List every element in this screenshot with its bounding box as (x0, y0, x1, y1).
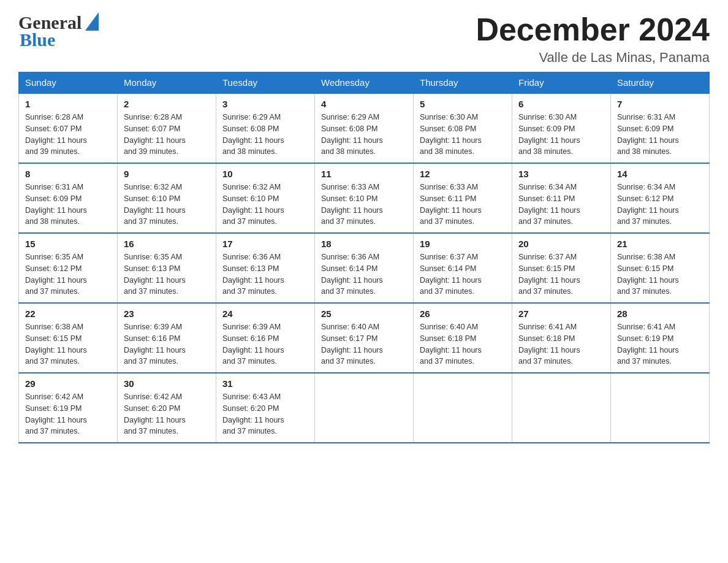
day-info: Sunrise: 6:42 AMSunset: 6:20 PMDaylight:… (124, 391, 210, 437)
weekday-header-tuesday: Tuesday (216, 72, 315, 94)
day-number: 27 (518, 308, 604, 319)
day-info: Sunrise: 6:34 AMSunset: 6:11 PMDaylight:… (518, 182, 604, 228)
day-info: Sunrise: 6:41 AMSunset: 6:18 PMDaylight:… (518, 321, 604, 367)
calendar-day-7: 7Sunrise: 6:31 AMSunset: 6:09 PMDaylight… (611, 93, 710, 163)
page-header: General Blue December 2024 Valle de Las … (18, 12, 710, 66)
day-number: 28 (617, 308, 703, 319)
month-title: December 2024 (476, 12, 710, 47)
logo-blue-text: Blue (20, 29, 55, 50)
day-info: Sunrise: 6:39 AMSunset: 6:16 PMDaylight:… (222, 321, 308, 367)
day-number: 12 (420, 169, 506, 179)
day-number: 9 (124, 169, 210, 179)
day-info: Sunrise: 6:28 AMSunset: 6:07 PMDaylight:… (124, 112, 210, 158)
calendar-day-23: 23Sunrise: 6:39 AMSunset: 6:16 PMDayligh… (118, 303, 216, 373)
calendar-day-31: 31Sunrise: 6:43 AMSunset: 6:20 PMDayligh… (216, 373, 315, 443)
day-number: 19 (420, 239, 506, 249)
calendar-week-5: 29Sunrise: 6:42 AMSunset: 6:19 PMDayligh… (19, 373, 710, 443)
day-info: Sunrise: 6:29 AMSunset: 6:08 PMDaylight:… (321, 112, 407, 158)
calendar-day-1: 1Sunrise: 6:28 AMSunset: 6:07 PMDaylight… (19, 93, 118, 163)
logo: General Blue (18, 12, 99, 50)
calendar-day-13: 13Sunrise: 6:34 AMSunset: 6:11 PMDayligh… (512, 163, 611, 233)
day-number: 5 (420, 99, 506, 109)
day-info: Sunrise: 6:37 AMSunset: 6:15 PMDaylight:… (518, 251, 604, 297)
day-number: 24 (222, 308, 308, 319)
day-info: Sunrise: 6:30 AMSunset: 6:08 PMDaylight:… (420, 112, 506, 158)
empty-cell (512, 373, 611, 443)
calendar-day-9: 9Sunrise: 6:32 AMSunset: 6:10 PMDaylight… (118, 163, 216, 233)
calendar-day-21: 21Sunrise: 6:38 AMSunset: 6:15 PMDayligh… (611, 233, 710, 303)
day-info: Sunrise: 6:38 AMSunset: 6:15 PMDaylight:… (617, 251, 703, 297)
calendar-day-8: 8Sunrise: 6:31 AMSunset: 6:09 PMDaylight… (19, 163, 118, 233)
calendar-day-19: 19Sunrise: 6:37 AMSunset: 6:14 PMDayligh… (414, 233, 512, 303)
calendar-week-2: 8Sunrise: 6:31 AMSunset: 6:09 PMDaylight… (19, 163, 710, 233)
calendar-week-3: 15Sunrise: 6:35 AMSunset: 6:12 PMDayligh… (19, 233, 710, 303)
day-info: Sunrise: 6:41 AMSunset: 6:19 PMDaylight:… (617, 321, 703, 367)
day-info: Sunrise: 6:30 AMSunset: 6:09 PMDaylight:… (518, 112, 604, 158)
day-number: 18 (321, 239, 407, 249)
calendar-day-25: 25Sunrise: 6:40 AMSunset: 6:17 PMDayligh… (315, 303, 414, 373)
day-number: 2 (124, 99, 210, 109)
day-info: Sunrise: 6:43 AMSunset: 6:20 PMDaylight:… (222, 391, 308, 437)
day-number: 22 (25, 308, 111, 319)
day-number: 8 (25, 169, 111, 179)
day-info: Sunrise: 6:33 AMSunset: 6:10 PMDaylight:… (321, 182, 407, 228)
location-text: Valle de Las Minas, Panama (476, 50, 710, 66)
weekday-header-sunday: Sunday (19, 72, 118, 94)
day-info: Sunrise: 6:35 AMSunset: 6:12 PMDaylight:… (25, 251, 111, 297)
calendar-day-10: 10Sunrise: 6:32 AMSunset: 6:10 PMDayligh… (216, 163, 315, 233)
calendar-day-5: 5Sunrise: 6:30 AMSunset: 6:08 PMDaylight… (414, 93, 512, 163)
day-info: Sunrise: 6:31 AMSunset: 6:09 PMDaylight:… (617, 112, 703, 158)
logo-icon (85, 12, 99, 33)
calendar-day-20: 20Sunrise: 6:37 AMSunset: 6:15 PMDayligh… (512, 233, 611, 303)
day-number: 7 (617, 99, 703, 109)
day-number: 3 (222, 99, 308, 109)
calendar-day-22: 22Sunrise: 6:38 AMSunset: 6:15 PMDayligh… (19, 303, 118, 373)
calendar-day-3: 3Sunrise: 6:29 AMSunset: 6:08 PMDaylight… (216, 93, 315, 163)
day-info: Sunrise: 6:36 AMSunset: 6:14 PMDaylight:… (321, 251, 407, 297)
calendar-day-28: 28Sunrise: 6:41 AMSunset: 6:19 PMDayligh… (611, 303, 710, 373)
day-info: Sunrise: 6:33 AMSunset: 6:11 PMDaylight:… (420, 182, 506, 228)
calendar-day-11: 11Sunrise: 6:33 AMSunset: 6:10 PMDayligh… (315, 163, 414, 233)
day-info: Sunrise: 6:40 AMSunset: 6:17 PMDaylight:… (321, 321, 407, 367)
day-number: 29 (25, 378, 111, 389)
day-number: 30 (124, 378, 210, 389)
weekday-header-friday: Friday (512, 72, 611, 94)
day-number: 13 (518, 169, 604, 179)
empty-cell (414, 373, 512, 443)
calendar-day-14: 14Sunrise: 6:34 AMSunset: 6:12 PMDayligh… (611, 163, 710, 233)
calendar-day-18: 18Sunrise: 6:36 AMSunset: 6:14 PMDayligh… (315, 233, 414, 303)
day-info: Sunrise: 6:36 AMSunset: 6:13 PMDaylight:… (222, 251, 308, 297)
day-info: Sunrise: 6:34 AMSunset: 6:12 PMDaylight:… (617, 182, 703, 228)
weekday-header-monday: Monday (118, 72, 216, 94)
title-section: December 2024 Valle de Las Minas, Panama (476, 12, 710, 66)
empty-cell (611, 373, 710, 443)
calendar-day-24: 24Sunrise: 6:39 AMSunset: 6:16 PMDayligh… (216, 303, 315, 373)
day-number: 16 (124, 239, 210, 249)
weekday-header-wednesday: Wednesday (315, 72, 414, 94)
weekday-header-thursday: Thursday (414, 72, 512, 94)
day-info: Sunrise: 6:40 AMSunset: 6:18 PMDaylight:… (420, 321, 506, 367)
day-number: 10 (222, 169, 308, 179)
calendar-day-29: 29Sunrise: 6:42 AMSunset: 6:19 PMDayligh… (19, 373, 118, 443)
day-info: Sunrise: 6:37 AMSunset: 6:14 PMDaylight:… (420, 251, 506, 297)
day-info: Sunrise: 6:35 AMSunset: 6:13 PMDaylight:… (124, 251, 210, 297)
calendar-day-30: 30Sunrise: 6:42 AMSunset: 6:20 PMDayligh… (118, 373, 216, 443)
day-info: Sunrise: 6:31 AMSunset: 6:09 PMDaylight:… (25, 182, 111, 228)
calendar-day-26: 26Sunrise: 6:40 AMSunset: 6:18 PMDayligh… (414, 303, 512, 373)
weekday-header-saturday: Saturday (611, 72, 710, 94)
day-number: 4 (321, 99, 407, 109)
day-info: Sunrise: 6:29 AMSunset: 6:08 PMDaylight:… (222, 112, 308, 158)
day-number: 20 (518, 239, 604, 249)
calendar-day-16: 16Sunrise: 6:35 AMSunset: 6:13 PMDayligh… (118, 233, 216, 303)
calendar-table: SundayMondayTuesdayWednesdayThursdayFrid… (18, 72, 710, 443)
day-number: 25 (321, 308, 407, 319)
day-info: Sunrise: 6:32 AMSunset: 6:10 PMDaylight:… (124, 182, 210, 228)
day-number: 6 (518, 99, 604, 109)
day-number: 15 (25, 239, 111, 249)
day-number: 21 (617, 239, 703, 249)
calendar-day-6: 6Sunrise: 6:30 AMSunset: 6:09 PMDaylight… (512, 93, 611, 163)
empty-cell (315, 373, 414, 443)
day-number: 14 (617, 169, 703, 179)
calendar-day-4: 4Sunrise: 6:29 AMSunset: 6:08 PMDaylight… (315, 93, 414, 163)
day-number: 17 (222, 239, 308, 249)
